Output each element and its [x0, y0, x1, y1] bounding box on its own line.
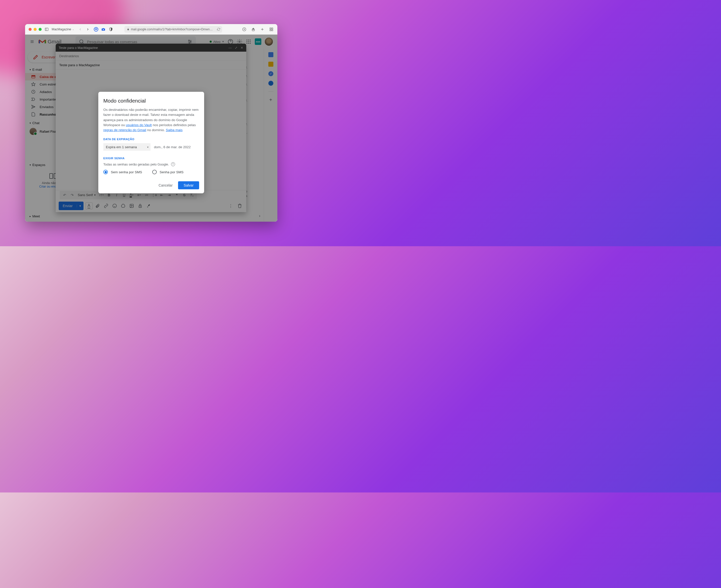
url-bar[interactable]: mail.google.com/mail/u/1/?tab=km#inbox?c…: [124, 26, 222, 33]
reload-icon[interactable]: [217, 27, 220, 31]
new-tab-icon[interactable]: [260, 27, 265, 32]
tab-name[interactable]: MacMagazine ⌄: [52, 27, 74, 31]
save-button[interactable]: Salvar: [178, 181, 199, 189]
lock-icon: [127, 28, 129, 30]
modal-description: Os destinatários não poderão encaminhar,…: [103, 107, 199, 133]
radio-sms[interactable]: Senha por SMS: [152, 170, 184, 174]
url-text: mail.google.com/mail/u/1/?tab=km#inbox?c…: [131, 27, 215, 31]
maximize-window[interactable]: [39, 28, 42, 31]
browser-window: MacMagazine ⌄ ⦿ mail.google.com/mail/u/1…: [25, 24, 277, 222]
svg-rect-3: [127, 29, 129, 30]
download-icon[interactable]: [242, 27, 247, 32]
svg-rect-11: [272, 29, 273, 31]
svg-rect-0: [45, 28, 48, 30]
expiration-label: DATA DE EXPIRAÇÃO: [103, 138, 199, 141]
password-hint: Todas as senhas serão geradas pelo Googl…: [103, 162, 199, 166]
radio-icon: [103, 170, 108, 174]
minimize-window[interactable]: [34, 28, 37, 31]
expiration-select[interactable]: Expira em 1 semana: [103, 143, 150, 151]
gmail-app: Gmail Ativo ▼ mm: [25, 35, 277, 222]
learn-more-link[interactable]: Saiba mais: [166, 128, 183, 132]
traffic-lights: [28, 28, 42, 31]
confidential-modal: Modo confidencial Os destinatários não p…: [98, 92, 204, 193]
back-button[interactable]: [77, 26, 84, 32]
radio-no-sms[interactable]: Sem senha por SMS: [103, 170, 142, 174]
svg-rect-10: [270, 29, 271, 31]
share-icon[interactable]: [251, 27, 256, 32]
expiration-date: dom., 6 de mar. de 2022: [154, 145, 191, 149]
vault-users-link[interactable]: usuários do Vault: [126, 123, 152, 127]
forward-button[interactable]: [84, 26, 91, 32]
cancel-button[interactable]: Cancelar: [155, 181, 176, 189]
svg-point-2: [103, 29, 104, 30]
svg-rect-9: [272, 28, 273, 29]
tab-overview-icon[interactable]: [269, 27, 274, 32]
modal-title: Modo confidencial: [103, 98, 199, 104]
camera-icon[interactable]: [101, 27, 106, 32]
svg-rect-8: [270, 28, 271, 29]
sidebar-toggle-icon[interactable]: [44, 27, 49, 32]
radio-icon: [152, 170, 157, 174]
close-window[interactable]: [28, 28, 32, 31]
retention-rules-link[interactable]: regras de retenção do Gmail: [103, 128, 146, 132]
titlebar: MacMagazine ⌄ ⦿ mail.google.com/mail/u/1…: [25, 24, 277, 35]
chevron-down-icon: ⌄: [72, 28, 74, 30]
password-label: EXIGIR SENHA: [103, 157, 199, 160]
1password-icon[interactable]: ⦿: [94, 27, 98, 31]
shield-icon[interactable]: [108, 27, 114, 32]
help-icon[interactable]: ?: [171, 162, 175, 166]
